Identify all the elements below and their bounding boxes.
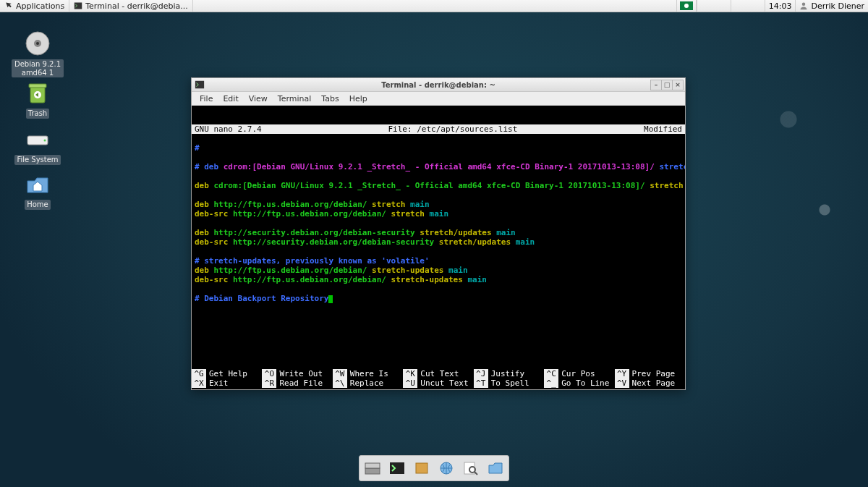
nano-header: GNU nano 2.7.4 File: /etc/apt/sources.li…: [192, 124, 685, 134]
applications-label: Applications: [16, 1, 64, 11]
desktop-icon-home-label: Home: [25, 200, 51, 210]
nano-line-4a: deb: [195, 200, 209, 209]
tray-slot-1[interactable]: [697, 0, 731, 12]
panel-clock[interactable]: 14:03: [765, 0, 796, 12]
nano-line-4d: main: [405, 200, 429, 209]
nano-label-goto: Go To Line: [561, 378, 609, 388]
window-close-button[interactable]: ×: [672, 80, 684, 90]
nano-line-7a: deb-src: [195, 237, 228, 247]
dock-show-desktop[interactable]: [362, 458, 383, 478]
taskbar-label: Terminal - derrik@debia...: [85, 1, 188, 11]
nano-line-6a: deb: [195, 228, 209, 237]
svg-point-9: [44, 140, 46, 142]
nano-key-curpos[interactable]: ^C: [544, 369, 558, 378]
nano-label-get-help: Get Help: [209, 369, 247, 378]
nano-label-curpos: Cur Pos: [561, 369, 595, 378]
dock-terminal[interactable]: [386, 458, 408, 478]
nano-key-justify[interactable]: ^J: [474, 369, 488, 378]
nano-line-6c: stretch/updates: [415, 228, 492, 237]
terminal-menubar: File Edit View Terminal Tabs Help: [192, 92, 685, 106]
panel-spacer: [193, 0, 676, 12]
svg-rect-0: [75, 3, 82, 9]
nano-line-6b: http://security.debian.org/debian-securi…: [209, 228, 415, 237]
menu-tabs[interactable]: Tabs: [316, 94, 344, 103]
nano-key-where-is[interactable]: ^W: [333, 369, 347, 378]
svg-rect-14: [416, 463, 427, 473]
terminal-window: Terminal - derrik@debian: ~ – □ × File E…: [191, 77, 686, 390]
dot-icon: [684, 4, 689, 8]
dock-folder[interactable]: [485, 458, 506, 478]
window-controls: – □ ×: [651, 80, 684, 90]
user-icon: [799, 1, 808, 10]
nano-line-5b: http://ftp.us.debian.org/debian/: [228, 209, 386, 219]
home-folder-icon: [23, 169, 52, 198]
nano-key-write-out[interactable]: ^O: [262, 369, 276, 378]
desktop-icon-trash[interactable]: Trash: [12, 78, 64, 119]
nano-key-cut[interactable]: ^K: [403, 369, 417, 378]
bottom-dock: [359, 455, 509, 481]
nano-line-5a: deb-src: [195, 209, 228, 219]
menu-edit[interactable]: Edit: [218, 94, 243, 103]
nano-key-next[interactable]: ^V: [615, 378, 629, 388]
desktop-icon-filesystem[interactable]: File System: [12, 124, 64, 165]
nano-key-goto[interactable]: ^_: [544, 378, 558, 388]
nano-key-replace[interactable]: ^\: [333, 378, 347, 388]
nano-label-where-is: Where Is: [350, 369, 388, 378]
desktop-icon-cd-label: Debian 9.2.1 amd64 1: [12, 59, 64, 77]
nano-line-2c: stretch ma: [655, 162, 685, 171]
nano-label-read-file: Read File: [279, 378, 323, 388]
nano-key-exit[interactable]: ^X: [192, 378, 206, 388]
nano-key-uncut[interactable]: ^U: [403, 378, 417, 388]
svg-point-1: [802, 3, 806, 7]
dock-web-browser[interactable]: [435, 458, 457, 478]
window-title: Terminal - derrik@debian: ~: [192, 81, 685, 89]
nano-key-read-file[interactable]: ^R: [262, 378, 276, 388]
nano-version: GNU nano 2.7.4: [195, 124, 262, 134]
nano-line-5d: main: [425, 209, 448, 219]
menu-file[interactable]: File: [195, 94, 218, 103]
nano-line-1: #: [195, 143, 200, 153]
desktop-icon-cd[interactable]: Debian 9.2.1 amd64 1: [12, 29, 64, 77]
desktop-icon-home[interactable]: Home: [12, 169, 64, 210]
menu-view[interactable]: View: [244, 94, 273, 103]
nano-line-2b: cdrom:[Debian GNU/Linux 9.2.1 _Stretch_ …: [224, 162, 655, 171]
trash-icon: [23, 78, 52, 107]
nano-label-exit: Exit: [209, 378, 229, 388]
nano-key-get-help[interactable]: ^G: [192, 369, 206, 378]
nano-key-prev[interactable]: ^Y: [615, 369, 629, 378]
tray-area: [676, 0, 697, 12]
desktop-icon-filesystem-label: File System: [14, 155, 60, 165]
nano-file-label: File: /etc/apt/sources.list: [262, 124, 644, 134]
user-menu[interactable]: Derrik Diener: [795, 0, 868, 12]
nano-line-10b: http://ftp.us.debian.org/debian/: [228, 275, 386, 284]
tray-status-icon[interactable]: [680, 1, 693, 10]
window-titlebar[interactable]: Terminal - derrik@debian: ~ – □ ×: [192, 78, 685, 92]
nano-line-9a: deb: [195, 266, 209, 275]
dock-find[interactable]: [460, 458, 482, 478]
nano-line-7d: main: [511, 237, 535, 247]
nano-line-10d: main: [463, 275, 487, 284]
desktop-icon-trash-label: Trash: [26, 109, 49, 119]
nano-footer: ^GGet Help ^OWrite Out ^WWhere Is ^KCut …: [192, 369, 685, 389]
nano-line-6d: main: [492, 228, 516, 237]
taskbar-terminal[interactable]: Terminal - derrik@debia...: [69, 0, 193, 12]
menu-terminal[interactable]: Terminal: [273, 94, 317, 103]
nano-line-3c: stretch: [645, 181, 684, 190]
nano-line-7c: stretch/updates: [434, 237, 511, 247]
window-minimize-button[interactable]: –: [650, 80, 662, 90]
window-maximize-button[interactable]: □: [661, 80, 673, 90]
svg-rect-10: [195, 81, 204, 89]
nano-label-cut: Cut Text: [420, 369, 459, 378]
cd-icon: [23, 29, 52, 58]
nano-key-spell[interactable]: ^T: [474, 378, 488, 388]
nano-line-7b: http://security.debian.org/debian-securi…: [228, 237, 434, 247]
menu-help[interactable]: Help: [344, 94, 373, 103]
clock-text: 14:03: [769, 1, 792, 11]
nano-label-replace: Replace: [350, 378, 383, 388]
dock-file-manager[interactable]: [411, 458, 433, 478]
applications-menu[interactable]: Applications: [0, 0, 69, 12]
nano-line-11: # Debian Backport Repository: [195, 294, 328, 303]
nano-line-2a: # deb: [195, 162, 224, 171]
terminal-output[interactable]: GNU nano 2.7.4 File: /etc/apt/sources.li…: [192, 106, 685, 369]
tray-slot-2[interactable]: [731, 0, 765, 12]
